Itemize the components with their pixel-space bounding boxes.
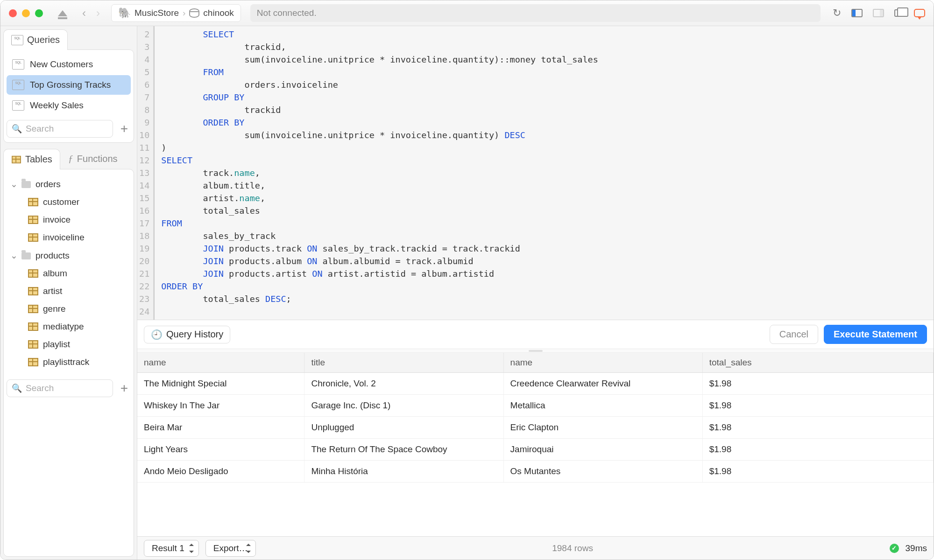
- table-node[interactable]: customer: [4, 193, 134, 211]
- search-placeholder: Search: [26, 383, 54, 393]
- table-icon: [28, 269, 38, 278]
- breadcrumb[interactable]: 🐘 MusicStore › chinook: [111, 4, 241, 22]
- query-item-label: Top Grossing Tracks: [30, 80, 111, 90]
- status-ok-icon: ✓: [890, 544, 899, 553]
- breadcrumb-database: chinook: [203, 8, 234, 18]
- tables-search[interactable]: 🔍 Search: [7, 379, 113, 397]
- query-item[interactable]: Top Grossing Tracks: [7, 75, 131, 95]
- database-icon: [189, 8, 199, 18]
- queries-search[interactable]: 🔍 Search: [7, 120, 113, 138]
- zoom-window[interactable]: [35, 9, 43, 17]
- table-icon: [28, 305, 38, 313]
- schema-node[interactable]: ⌄products: [4, 246, 134, 265]
- sql-file-icon: [12, 59, 24, 70]
- table-label: customer: [43, 197, 79, 207]
- table-row[interactable]: Beira MarUnpluggedEric Clapton$1.98: [137, 417, 934, 439]
- result-tab-select[interactable]: Result 1: [144, 540, 199, 557]
- table-cell[interactable]: $1.98: [702, 461, 933, 483]
- table-cell[interactable]: The Return Of The Space Cowboy: [304, 439, 503, 461]
- cancel-button[interactable]: Cancel: [770, 325, 818, 344]
- query-time: 39ms: [906, 543, 927, 553]
- table-cell[interactable]: Minha História: [304, 461, 503, 483]
- table-cell[interactable]: Whiskey In The Jar: [137, 395, 304, 417]
- results-splitter[interactable]: [137, 349, 934, 353]
- connection-status: Not connected.: [250, 4, 821, 22]
- nav-back-icon[interactable]: ‹: [82, 7, 86, 20]
- query-item[interactable]: Weekly Sales: [7, 96, 131, 115]
- table-row[interactable]: Light YearsThe Return Of The Space Cowbo…: [137, 439, 934, 461]
- search-icon: 🔍: [12, 383, 22, 393]
- table-node[interactable]: playlist: [4, 336, 134, 353]
- column-header[interactable]: name: [137, 353, 304, 373]
- table-cell[interactable]: Creedence Clearwater Revival: [503, 373, 702, 395]
- table-cell[interactable]: Jamiroquai: [503, 439, 702, 461]
- table-icon: [28, 216, 38, 224]
- search-placeholder: Search: [26, 124, 54, 134]
- refresh-icon[interactable]: ↻: [833, 7, 841, 19]
- tab-queries[interactable]: Queries: [3, 29, 68, 50]
- tab-tables[interactable]: Tables: [3, 149, 60, 169]
- table-cell[interactable]: Light Years: [137, 439, 304, 461]
- results-table[interactable]: nametitlenametotal_sales The Midnight Sp…: [137, 353, 934, 483]
- minimize-window[interactable]: [22, 9, 30, 17]
- table-node[interactable]: playlisttrack: [4, 353, 134, 371]
- query-history-button[interactable]: 🕘 Query History: [144, 326, 230, 343]
- table-label: playlist: [43, 339, 70, 350]
- windows-icon[interactable]: [894, 9, 904, 17]
- table-cell[interactable]: $1.98: [702, 373, 933, 395]
- add-query-button[interactable]: +: [118, 121, 131, 136]
- tab-functions-label: Functions: [77, 154, 118, 164]
- sql-editor[interactable]: 23456789101112131415161718192021222324 S…: [137, 26, 934, 320]
- table-cell[interactable]: The Midnight Special: [137, 373, 304, 395]
- column-header[interactable]: name: [503, 353, 702, 373]
- table-node[interactable]: invoice: [4, 211, 134, 229]
- table-node[interactable]: artist: [4, 282, 134, 300]
- feedback-icon[interactable]: [914, 9, 925, 17]
- schema-node[interactable]: ⌄orders: [4, 175, 134, 193]
- eject-icon[interactable]: [58, 10, 67, 16]
- table-node[interactable]: mediatype: [4, 318, 134, 336]
- table-label: invoice: [43, 215, 71, 225]
- table-row[interactable]: Ando Meio DesligadoMinha HistóriaOs Muta…: [137, 461, 934, 483]
- table-row[interactable]: The Midnight SpecialChronicle, Vol. 2Cre…: [137, 373, 934, 395]
- table-cell[interactable]: Chronicle, Vol. 2: [304, 373, 503, 395]
- table-node[interactable]: album: [4, 265, 134, 282]
- close-window[interactable]: [9, 9, 17, 17]
- table-cell[interactable]: Ando Meio Desligado: [137, 461, 304, 483]
- column-header[interactable]: title: [304, 353, 503, 373]
- query-item[interactable]: New Customers: [7, 55, 131, 74]
- table-cell[interactable]: $1.98: [702, 395, 933, 417]
- search-icon: 🔍: [12, 124, 22, 134]
- table-cell[interactable]: $1.98: [702, 439, 933, 461]
- sql-file-icon: [12, 80, 24, 90]
- sql-file-icon: [11, 35, 23, 45]
- column-header[interactable]: total_sales: [702, 353, 933, 373]
- execute-button[interactable]: Execute Statement: [824, 325, 927, 344]
- folder-icon: [21, 181, 31, 188]
- export-button[interactable]: Export…: [205, 540, 256, 557]
- left-panel-toggle-icon[interactable]: [851, 9, 863, 17]
- table-cell[interactable]: $1.98: [702, 417, 933, 439]
- table-cell[interactable]: Beira Mar: [137, 417, 304, 439]
- table-node[interactable]: invoiceline: [4, 229, 134, 246]
- right-panel-toggle-icon[interactable]: [873, 9, 884, 17]
- add-table-button[interactable]: +: [118, 381, 131, 396]
- row-count: 1984 rows: [262, 543, 883, 553]
- breadcrumb-separator: ›: [183, 8, 185, 18]
- table-cell[interactable]: Os Mutantes: [503, 461, 702, 483]
- query-item-label: New Customers: [30, 59, 93, 70]
- table-icon: [28, 233, 38, 242]
- history-icon: 🕘: [151, 329, 163, 340]
- table-cell[interactable]: Metallica: [503, 395, 702, 417]
- table-node[interactable]: genre: [4, 300, 134, 318]
- tab-functions[interactable]: ƒ Functions: [60, 147, 126, 169]
- function-icon: ƒ: [68, 153, 73, 165]
- table-row[interactable]: Whiskey In The JarGarage Inc. (Disc 1)Me…: [137, 395, 934, 417]
- table-cell[interactable]: Unplugged: [304, 417, 503, 439]
- table-cell[interactable]: Garage Inc. (Disc 1): [304, 395, 503, 417]
- table-label: mediatype: [43, 322, 84, 332]
- table-cell[interactable]: Eric Clapton: [503, 417, 702, 439]
- table-icon: [28, 198, 38, 206]
- table-icon: [28, 322, 38, 331]
- table-icon: [28, 287, 38, 295]
